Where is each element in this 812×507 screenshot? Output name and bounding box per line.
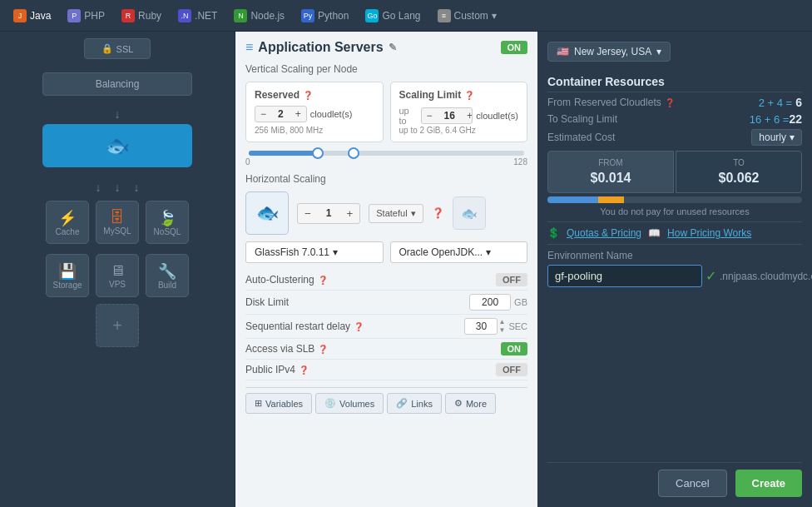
price-to-box: TO $0.062 <box>676 151 802 193</box>
nav-ruby-label: Ruby <box>138 10 161 22</box>
seq-value-stepper[interactable]: ▲ ▼ <box>464 318 505 335</box>
create-button[interactable]: Create <box>735 470 802 497</box>
h-scaling-section: Horizontal Scaling 🐟 − 1 + Stateful ▾ ❓ … <box>245 173 527 235</box>
reserved-value: 2 <box>271 107 290 122</box>
software-dropdown[interactable]: GlassFish 7.0.11 ▾ <box>245 241 384 263</box>
disk-value-input[interactable] <box>469 294 511 311</box>
seq-up-arrow[interactable]: ▲ <box>498 318 505 326</box>
reserved-sub: 256 MiB, 800 MHz <box>255 126 374 135</box>
software-label: GlassFish 7.0.11 <box>255 246 329 258</box>
arrow-down-icon: ↓ <box>96 181 102 194</box>
region-dropdown[interactable]: 🇺🇸 New Jersey, USA ▾ <box>547 42 671 62</box>
how-pricing-link[interactable]: How Pricing Works <box>667 227 751 239</box>
nav-python[interactable]: Py Python <box>295 6 355 26</box>
auto-clustering-help[interactable]: ❓ <box>318 276 328 285</box>
build-item[interactable]: 🔧 Build <box>146 254 189 297</box>
nav-custom[interactable]: ≡ Custom ▾ <box>431 6 503 26</box>
nav-nodejs-label: Node.js <box>250 10 285 22</box>
count-decrement[interactable]: − <box>298 204 318 223</box>
public-ipv4-toggle[interactable]: OFF <box>496 363 527 376</box>
usage-bar-reserved <box>547 196 598 203</box>
container-resources-section: Container Resources From Reserved Cloudl… <box>547 75 802 287</box>
scaling-help-icon[interactable]: ❓ <box>464 91 474 100</box>
storage-icon: 💾 <box>58 262 77 281</box>
from-cloudlets-row: From Reserved Cloudlets ❓ 2 + 4 = 6 <box>547 96 802 109</box>
access-slb-toggle[interactable]: ON <box>501 342 528 355</box>
reserved-stepper[interactable]: − 2 + <box>255 106 307 122</box>
bottom-buttons: Cancel Create <box>547 462 802 497</box>
auto-clustering-toggle[interactable]: OFF <box>496 273 527 286</box>
from-price-value: $0.014 <box>555 171 666 186</box>
glassfish-icon: 🐟 <box>105 134 130 157</box>
cloudlets-slider[interactable]: 0 128 <box>245 151 527 167</box>
server-node-box[interactable]: 🐟 <box>42 124 192 167</box>
fish-icon-2: 🐟 <box>461 206 478 221</box>
right-header: 🇺🇸 New Jersey, USA ▾ <box>547 42 802 62</box>
nav-nodejs[interactable]: N Node.js <box>227 6 291 26</box>
reserved-decrement[interactable]: − <box>255 107 271 122</box>
scaling-decrement[interactable]: − <box>422 108 438 123</box>
reserved-cloudlet-row: − 2 + cloudlet(s) <box>255 106 374 122</box>
chevron-down-icon: ▾ <box>333 246 338 258</box>
vps-item[interactable]: 🖥 VPS <box>96 254 139 297</box>
nosql-item[interactable]: 🍃 NoSQL <box>146 201 189 244</box>
cache-item[interactable]: ⚡ Cache <box>46 201 89 244</box>
chevron-down-icon: ▾ <box>656 46 661 57</box>
nav-net-label: .NET <box>195 10 217 22</box>
variables-icon: ⊞ <box>255 398 262 409</box>
count-stepper[interactable]: − 1 + <box>297 203 360 224</box>
nosql-icon: 🍃 <box>158 209 176 227</box>
public-ipv4-help[interactable]: ❓ <box>299 365 309 375</box>
seq-restart-help[interactable]: ❓ <box>354 322 364 331</box>
seq-value-input[interactable] <box>464 318 498 335</box>
app-servers-toggle[interactable]: ON <box>501 41 528 54</box>
more-button[interactable]: ⚙ More <box>445 393 496 414</box>
access-slb-help[interactable]: ❓ <box>318 345 328 354</box>
h-scaling-label: Horizontal Scaling <box>245 173 527 185</box>
mysql-item[interactable]: 🗄 MySQL <box>96 201 139 244</box>
scaling-increment[interactable]: + <box>462 108 473 123</box>
chevron-down-icon: ▾ <box>411 208 416 219</box>
quotas-link[interactable]: Quotas & Pricing <box>567 227 641 239</box>
jdk-dropdown[interactable]: Oracle OpenJDK... ▾ <box>390 241 528 263</box>
volumes-button[interactable]: 💿 Volumes <box>315 393 384 414</box>
usage-bar-track <box>547 196 802 203</box>
nav-go-label: Go Lang <box>382 10 420 22</box>
nav-java[interactable]: J Java <box>7 6 57 26</box>
nav-go[interactable]: Go Go Lang <box>359 6 427 26</box>
links-button[interactable]: 🔗 Links <box>387 393 442 414</box>
seq-restart-row: Sequential restart delay ❓ ▲ ▼ SEC <box>245 315 527 339</box>
add-button[interactable]: + <box>96 304 139 347</box>
links-row: 💲 Quotas & Pricing 📖 How Pricing Works <box>547 227 802 239</box>
storage-item[interactable]: 💾 Storage <box>46 254 89 297</box>
usage-bar: You do not pay for unused resources <box>547 196 802 216</box>
count-value: 1 <box>318 204 340 222</box>
scaling-stepper[interactable]: − 16 + <box>421 107 473 124</box>
env-name-input[interactable] <box>547 265 702 287</box>
reserved-unit: cloudlet(s) <box>310 109 353 119</box>
reserved-increment[interactable]: + <box>290 107 306 122</box>
price-boxes: FROM $0.014 TO $0.062 <box>547 151 802 193</box>
price-from-box: FROM $0.014 <box>547 151 674 193</box>
ssl-button[interactable]: 🔒 SSL <box>84 38 151 59</box>
region-label: New Jersey, USA <box>574 46 651 57</box>
edit-icon[interactable]: ✎ <box>389 42 397 53</box>
bottom-row: ⚡ Cache 🗄 MySQL 🍃 NoSQL <box>46 201 189 244</box>
seq-down-arrow[interactable]: ▼ <box>498 326 505 335</box>
nav-php[interactable]: P PHP <box>61 6 111 26</box>
reserved-help-icon[interactable]: ❓ <box>665 98 675 107</box>
cancel-button[interactable]: Cancel <box>658 470 726 497</box>
count-increment[interactable]: + <box>339 204 359 223</box>
fish-preview-2: 🐟 <box>453 196 486 230</box>
nav-ruby[interactable]: R Ruby <box>115 6 168 26</box>
reserved-help-icon[interactable]: ❓ <box>303 91 313 100</box>
disk-limit-row: Disk Limit GB <box>245 291 527 315</box>
nav-net[interactable]: .N .NET <box>171 6 224 26</box>
hourly-button[interactable]: hourly ▾ <box>751 129 802 146</box>
help-icon[interactable]: ❓ <box>432 207 444 219</box>
balancing-button[interactable]: Balancing <box>42 72 192 96</box>
server-dropdowns: GlassFish 7.0.11 ▾ Oracle OpenJDK... ▾ <box>245 241 527 263</box>
stateful-select[interactable]: Stateful ▾ <box>369 204 423 223</box>
panel-title: ≡ Application Servers ✎ <box>245 40 397 55</box>
variables-button[interactable]: ⊞ Variables <box>245 393 312 414</box>
